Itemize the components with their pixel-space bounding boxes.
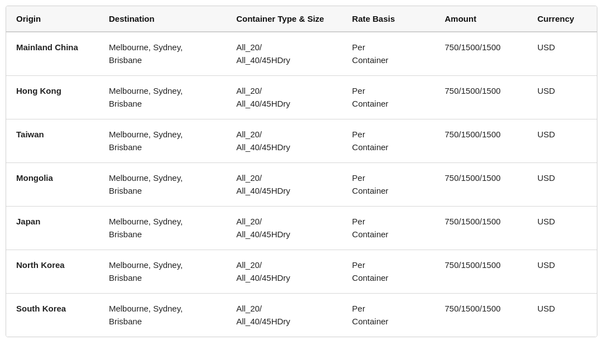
cell-container_type: All_20/ All_40/45HDry [226,250,342,294]
cell-amount: 750/1500/1500 [435,163,528,207]
cell-rate_basis: Per Container [342,32,435,76]
cell-rate_basis: Per Container [342,119,435,163]
cell-currency: USD [527,32,597,76]
cell-origin: North Korea [6,250,99,294]
header-destination: Destination [99,6,226,32]
table-row: MongoliaMelbourne, Sydney, BrisbaneAll_2… [6,163,597,207]
cell-rate_basis: Per Container [342,250,435,294]
cell-currency: USD [527,207,597,250]
header-container-type: Container Type & Size [226,6,342,32]
cell-container_type: All_20/ All_40/45HDry [226,32,342,76]
cell-currency: USD [527,163,597,207]
cell-amount: 750/1500/1500 [435,32,528,76]
cell-container_type: All_20/ All_40/45HDry [226,76,342,119]
cell-destination: Melbourne, Sydney, Brisbane [99,76,226,119]
cell-amount: 750/1500/1500 [435,76,528,119]
cell-currency: USD [527,294,597,337]
table-row: North KoreaMelbourne, Sydney, BrisbaneAl… [6,250,597,294]
cell-destination: Melbourne, Sydney, Brisbane [99,207,226,250]
shipping-rates-table: Origin Destination Container Type & Size… [6,6,597,337]
cell-rate_basis: Per Container [342,294,435,337]
table-row: TaiwanMelbourne, Sydney, BrisbaneAll_20/… [6,119,597,163]
cell-rate_basis: Per Container [342,163,435,207]
cell-destination: Melbourne, Sydney, Brisbane [99,294,226,337]
cell-rate_basis: Per Container [342,76,435,119]
header-origin: Origin [6,6,99,32]
cell-origin: Taiwan [6,119,99,163]
cell-destination: Melbourne, Sydney, Brisbane [99,119,226,163]
cell-destination: Melbourne, Sydney, Brisbane [99,250,226,294]
cell-amount: 750/1500/1500 [435,294,528,337]
table-row: Mainland ChinaMelbourne, Sydney, Brisban… [6,32,597,76]
cell-destination: Melbourne, Sydney, Brisbane [99,32,226,76]
cell-rate_basis: Per Container [342,207,435,250]
cell-container_type: All_20/ All_40/45HDry [226,119,342,163]
cell-destination: Melbourne, Sydney, Brisbane [99,163,226,207]
cell-origin: Mongolia [6,163,99,207]
cell-origin: Mainland China [6,32,99,76]
cell-container_type: All_20/ All_40/45HDry [226,294,342,337]
cell-currency: USD [527,119,597,163]
cell-origin: South Korea [6,294,99,337]
cell-origin: Hong Kong [6,76,99,119]
table-row: South KoreaMelbourne, Sydney, BrisbaneAl… [6,294,597,337]
cell-currency: USD [527,76,597,119]
cell-origin: Japan [6,207,99,250]
header-amount: Amount [435,6,528,32]
cell-container_type: All_20/ All_40/45HDry [226,163,342,207]
cell-currency: USD [527,250,597,294]
header-rate-basis: Rate Basis [342,6,435,32]
table-row: JapanMelbourne, Sydney, BrisbaneAll_20/ … [6,207,597,250]
table-row: Hong KongMelbourne, Sydney, BrisbaneAll_… [6,76,597,119]
cell-amount: 750/1500/1500 [435,250,528,294]
cell-amount: 750/1500/1500 [435,119,528,163]
cell-amount: 750/1500/1500 [435,207,528,250]
table-header-row: Origin Destination Container Type & Size… [6,6,597,32]
header-currency: Currency [527,6,597,32]
cell-container_type: All_20/ All_40/45HDry [226,207,342,250]
